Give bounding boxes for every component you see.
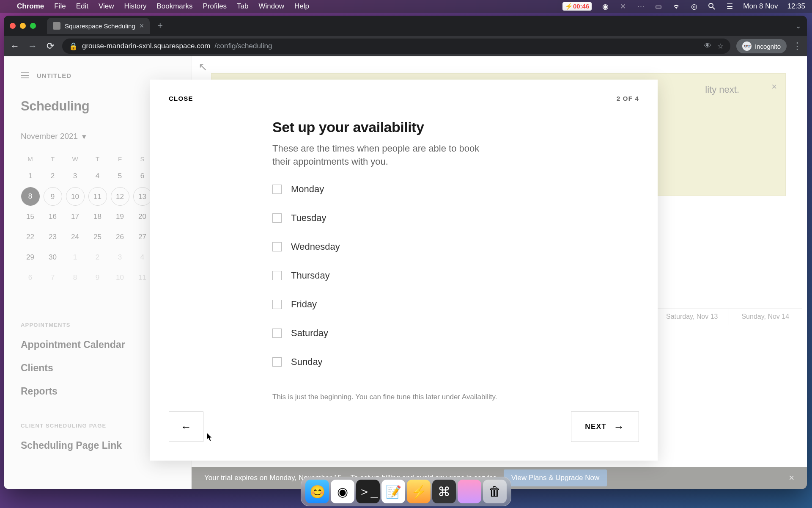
day-checkbox[interactable] xyxy=(272,213,282,223)
tab-title: Squarespace Scheduling xyxy=(65,22,135,30)
window-zoom-button[interactable] xyxy=(30,23,36,29)
tab-close-icon[interactable]: × xyxy=(140,22,144,30)
dock-app-pink[interactable] xyxy=(458,480,481,503)
availability-day-row[interactable]: Tuesday xyxy=(272,213,658,224)
macos-dock: 😊 ◉ ＞_ 📝 ⚡ ⌘ 🗑 xyxy=(301,477,511,506)
dock-finder[interactable]: 😊 xyxy=(305,480,329,503)
eye-off-icon[interactable]: 👁 xyxy=(704,42,711,50)
day-checkbox[interactable] xyxy=(272,300,282,309)
day-label: Tuesday xyxy=(291,213,326,224)
svg-line-1 xyxy=(713,7,715,9)
tab-overflow-icon[interactable]: ⌄ xyxy=(796,22,801,30)
nav-reload-button[interactable]: ⟳ xyxy=(44,41,56,52)
menu-window[interactable]: Window xyxy=(259,2,284,11)
modal-subtitle: These are the times when people are able… xyxy=(272,142,492,168)
dock-trash[interactable]: 🗑 xyxy=(483,480,507,503)
battery-icon[interactable]: ▭ xyxy=(654,2,663,11)
window-close-button[interactable] xyxy=(10,23,16,29)
availability-day-row[interactable]: Monday xyxy=(272,184,658,195)
star-icon[interactable]: ☆ xyxy=(717,42,724,51)
availability-day-row[interactable]: Saturday xyxy=(272,328,658,339)
browser-menu-button[interactable]: ⋮ xyxy=(793,41,802,52)
day-label: Saturday xyxy=(291,328,328,339)
nav-forward-button[interactable]: → xyxy=(27,41,38,52)
wifi-icon[interactable] xyxy=(672,2,680,11)
status-icon-3[interactable]: ⋯ xyxy=(636,2,645,11)
menubar-date[interactable]: Mon 8 Nov xyxy=(743,2,778,11)
nav-back-button[interactable]: ← xyxy=(9,41,21,52)
availability-day-row[interactable]: Friday xyxy=(272,299,658,310)
browser-window: Squarespace Scheduling × + ⌄ ← → ⟳ 🔒 gro… xyxy=(4,16,807,489)
status-icon-1[interactable]: ◉ xyxy=(601,2,609,11)
tab-favicon xyxy=(53,22,60,30)
status-icon-2[interactable]: ✕ xyxy=(619,2,627,11)
menu-file[interactable]: File xyxy=(54,2,66,11)
menubar-app-name[interactable]: Chrome xyxy=(17,2,44,11)
new-tab-button[interactable]: + xyxy=(157,20,163,31)
page-content: UNTITLED Scheduling November 2021 ▾ ‹ M … xyxy=(4,56,807,489)
days-list: MondayTuesdayWednesdayThursdayFridaySatu… xyxy=(272,184,658,367)
modal-step-indicator: 2 OF 4 xyxy=(617,95,639,102)
dock-app-lightning[interactable]: ⚡ xyxy=(407,480,431,503)
url-host: grouse-mandarin-sxnl.squarespace.com xyxy=(82,42,210,50)
menu-help[interactable]: Help xyxy=(294,2,309,11)
menu-history[interactable]: History xyxy=(124,2,146,11)
macos-menubar: Chrome File Edit View History Bookmarks … xyxy=(0,0,812,13)
menubar-time[interactable]: 12:35 xyxy=(787,2,805,11)
incognito-label: Incognito xyxy=(755,43,781,50)
modal-close-button[interactable]: CLOSE xyxy=(169,95,193,102)
browser-tab[interactable]: Squarespace Scheduling × xyxy=(47,18,150,34)
next-label: NEXT xyxy=(585,422,606,431)
menu-bookmarks[interactable]: Bookmarks xyxy=(156,2,192,11)
incognito-badge[interactable]: 👓 Incognito xyxy=(736,39,787,53)
battery-indicator[interactable]: ⚡00:46 xyxy=(562,2,592,11)
day-checkbox[interactable] xyxy=(272,185,282,194)
modal-back-button[interactable]: ← xyxy=(169,411,203,442)
day-label: Sunday xyxy=(291,356,323,367)
day-label: Wednesday xyxy=(291,241,340,252)
address-bar: ← → ⟳ 🔒 grouse-mandarin-sxnl.squarespace… xyxy=(4,36,807,56)
availability-day-row[interactable]: Thursday xyxy=(272,270,658,281)
modal-next-button[interactable]: NEXT → xyxy=(571,411,639,442)
day-label: Friday xyxy=(291,299,317,310)
dock-notes[interactable]: 📝 xyxy=(381,480,405,503)
svg-point-0 xyxy=(709,3,713,8)
menu-edit[interactable]: Edit xyxy=(76,2,88,11)
modal-note: This is just the beginning. You can fine… xyxy=(272,393,658,401)
menu-profiles[interactable]: Profiles xyxy=(203,2,227,11)
dock-devtools[interactable]: ⌘ xyxy=(432,480,456,503)
menu-view[interactable]: View xyxy=(99,2,114,11)
user-icon[interactable]: ◎ xyxy=(690,2,698,11)
day-checkbox[interactable] xyxy=(272,242,282,251)
lock-icon[interactable]: 🔒 xyxy=(69,42,78,51)
url-path: /config/scheduling xyxy=(214,42,272,50)
day-label: Monday xyxy=(291,184,324,195)
control-center-icon[interactable]: ☰ xyxy=(725,2,734,11)
day-checkbox[interactable] xyxy=(272,357,282,367)
search-icon[interactable] xyxy=(708,2,716,11)
availability-day-row[interactable]: Sunday xyxy=(272,356,658,367)
dock-terminal[interactable]: ＞_ xyxy=(356,480,380,503)
day-checkbox[interactable] xyxy=(272,329,282,338)
window-minimize-button[interactable] xyxy=(20,23,26,29)
day-label: Thursday xyxy=(291,270,330,281)
tab-strip: Squarespace Scheduling × + ⌄ xyxy=(4,16,807,36)
availability-day-row[interactable]: Wednesday xyxy=(272,241,658,252)
dock-chrome[interactable]: ◉ xyxy=(331,480,354,503)
availability-modal: CLOSE 2 OF 4 Set up your availability Th… xyxy=(150,80,658,461)
incognito-icon: 👓 xyxy=(742,41,752,51)
url-input[interactable]: 🔒 grouse-mandarin-sxnl.squarespace.com/c… xyxy=(62,39,730,54)
arrow-left-icon: ← xyxy=(181,420,192,433)
modal-title: Set up your availability xyxy=(272,119,658,135)
arrow-right-icon: → xyxy=(614,420,625,433)
menu-tab[interactable]: Tab xyxy=(237,2,248,11)
day-checkbox[interactable] xyxy=(272,271,282,280)
